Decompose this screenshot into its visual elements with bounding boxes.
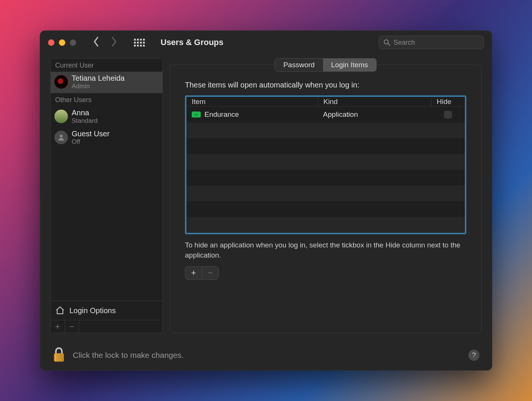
table-body: ∞ Endurance Application	[186, 107, 465, 233]
login-items-panel: These items will open automatically when…	[170, 65, 482, 333]
table-row[interactable]: ∞ Endurance Application	[186, 107, 465, 122]
item-name: Endurance	[204, 110, 239, 119]
house-icon	[55, 306, 65, 315]
titlebar: Users & Groups	[40, 30, 492, 54]
main-panel: Password Login Items These items will op…	[170, 58, 482, 333]
panel-intro: These items will open automatically when…	[185, 81, 466, 89]
sidebar-section-current: Current User	[51, 59, 162, 72]
search-field[interactable]	[379, 36, 484, 49]
window-title: Users & Groups	[161, 38, 224, 47]
login-items-table[interactable]: Item Kind Hide ∞ Endurance Application	[185, 95, 466, 234]
person-icon	[57, 133, 65, 142]
sidebar-user-item[interactable]: Guest User Off	[51, 127, 162, 149]
svg-rect-4	[55, 354, 63, 361]
add-user-button[interactable]: +	[51, 320, 65, 333]
sidebar-user-current[interactable]: Tetiana Leheida Admin	[51, 72, 162, 93]
login-options-button[interactable]: Login Options	[51, 301, 162, 320]
zoom-window-button[interactable]	[70, 39, 76, 46]
login-options-label: Login Options	[69, 306, 116, 315]
preferences-window: Users & Groups Current User Tetiana Lehe…	[40, 30, 492, 371]
table-row	[186, 122, 465, 138]
remove-login-item-button[interactable]: −	[202, 267, 218, 279]
svg-line-1	[388, 44, 390, 45]
app-icon: ∞	[192, 112, 201, 118]
svg-point-2	[60, 135, 62, 137]
search-input[interactable]	[394, 39, 480, 47]
nav-arrows	[93, 36, 117, 48]
user-role: Standard	[72, 117, 98, 125]
item-kind: Application	[318, 110, 431, 119]
tab-password[interactable]: Password	[275, 59, 323, 71]
back-button[interactable]	[93, 36, 99, 48]
table-row	[186, 138, 465, 154]
col-hide[interactable]: Hide	[431, 98, 465, 106]
sidebar-user-item[interactable]: Anna Standard	[51, 106, 162, 128]
search-icon	[383, 39, 391, 46]
hide-checkbox[interactable]	[444, 110, 452, 119]
sidebar-section-other: Other Users	[51, 93, 162, 106]
col-item[interactable]: Item	[186, 98, 318, 106]
user-add-remove: + −	[51, 320, 162, 333]
add-login-item-button[interactable]: +	[185, 267, 202, 279]
table-row	[186, 217, 465, 233]
close-window-button[interactable]	[48, 39, 54, 46]
avatar	[54, 75, 68, 89]
lock-icon[interactable]	[53, 347, 65, 364]
lock-hint: Click the lock to make changes.	[73, 351, 183, 360]
table-row	[186, 170, 465, 185]
user-role: Off	[72, 138, 110, 146]
user-name: Tetiana Leheida	[72, 74, 125, 83]
remove-user-button[interactable]: −	[65, 320, 79, 333]
tab-bar: Password Login Items	[170, 58, 482, 72]
footer: Click the lock to make changes. ?	[40, 340, 492, 371]
minimize-window-button[interactable]	[59, 39, 65, 46]
panel-hint: To hide an application when you log in, …	[185, 240, 466, 260]
tab-login-items[interactable]: Login Items	[323, 59, 376, 71]
window-controls	[48, 39, 76, 46]
user-name: Anna	[72, 109, 98, 117]
users-sidebar: Current User Tetiana Leheida Admin Other…	[50, 58, 163, 333]
help-button[interactable]: ?	[468, 350, 479, 361]
user-name: Guest User	[72, 130, 110, 138]
show-all-icon[interactable]	[134, 39, 145, 47]
table-header: Item Kind Hide	[186, 97, 465, 107]
table-row	[186, 201, 465, 217]
table-row	[186, 185, 465, 201]
user-role: Admin	[72, 83, 125, 90]
col-kind[interactable]: Kind	[318, 98, 431, 106]
forward-button[interactable]	[111, 36, 117, 48]
table-row	[186, 154, 465, 170]
login-item-add-remove: + −	[185, 266, 219, 280]
avatar	[54, 131, 68, 144]
avatar	[54, 110, 68, 123]
